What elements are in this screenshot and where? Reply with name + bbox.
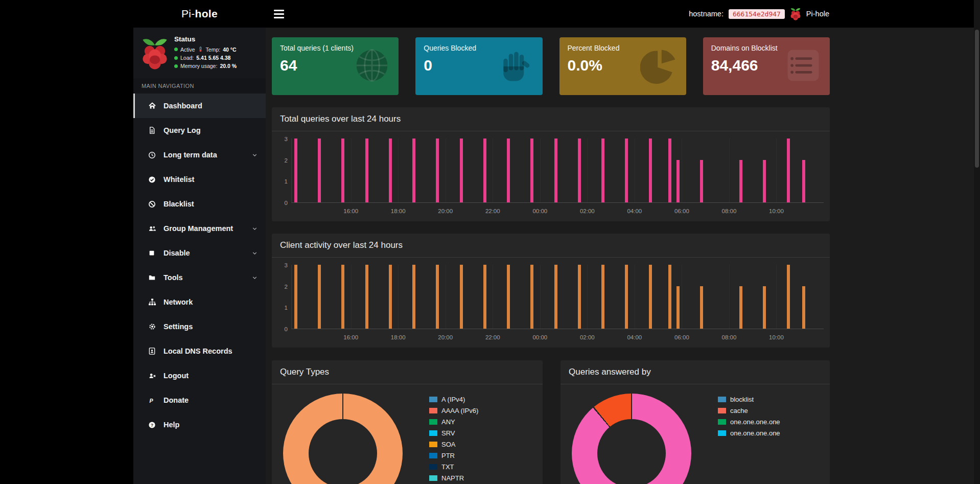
sidebar-item-label: Local DNS Records <box>164 347 232 355</box>
sidebar-item-network[interactable]: Network <box>133 290 266 314</box>
summary-card-domains-on-blocklist[interactable]: Domains on Blocklist84,466 <box>703 37 830 95</box>
chart-bar <box>802 286 805 329</box>
status-green-dot <box>174 64 178 68</box>
chart-bar <box>625 139 628 202</box>
sidebar-section-label: MAIN NAVIGATION <box>133 78 266 94</box>
globe-icon <box>353 46 391 87</box>
legend-item-one-one-one-one[interactable]: one.one.one.one <box>718 416 780 427</box>
y-axis-tick-label: 0 <box>277 326 288 332</box>
sidebar-item-tools[interactable]: Tools <box>133 265 266 290</box>
chart-bar <box>507 265 510 329</box>
main-content: Total queries (1 clients)64Queries Block… <box>266 28 980 484</box>
pihole-raspberry-icon <box>790 7 801 21</box>
x-axis-tick-label: 00:00 <box>532 334 547 340</box>
gridline <box>729 265 730 329</box>
sidebar: Status Active Temp: 40 °C Load: <box>133 28 266 484</box>
sidebar-item-logout[interactable]: Logout <box>133 363 266 388</box>
sidebar-item-blacklist[interactable]: Blacklist <box>133 192 266 216</box>
summary-card-total-queries-1-clients[interactable]: Total queries (1 clients)64 <box>272 37 399 95</box>
chart-bar <box>763 160 766 202</box>
sidebar-item-long-term-data[interactable]: Long term data <box>133 143 266 167</box>
panel-query-types: Query Types A (IPv4)AAAA (IPv6)ANYSRVSOA… <box>272 360 543 484</box>
legend-item-naptr[interactable]: NAPTR <box>429 472 478 483</box>
legend-label: blocklist <box>730 396 754 403</box>
legend-label: one.one.one.one <box>730 429 780 437</box>
status-active-line: Active Temp: 40 °C <box>174 46 237 53</box>
sidebar-item-label: Blacklist <box>164 200 194 208</box>
x-axis-tick-label: 20:00 <box>438 208 453 214</box>
panel-total-queries: Total queries over last 24 hours 16:0018… <box>272 107 830 221</box>
sidebar-item-local-dns-records[interactable]: Local DNS Records <box>133 339 266 363</box>
legend-label: NAPTR <box>441 474 464 482</box>
gridline <box>398 139 399 202</box>
x-axis-tick-label: 16:00 <box>343 334 358 340</box>
chart-bar <box>676 160 680 202</box>
sidebar-item-label: Network <box>164 298 193 306</box>
y-axis-tick-label: 2 <box>277 284 288 290</box>
x-axis-tick-label: 02:00 <box>580 334 595 340</box>
sidebar-item-whitelist[interactable]: Whitelist <box>133 167 266 192</box>
sidebar-item-donate[interactable]: PDonate <box>133 388 266 412</box>
legend-item-any[interactable]: ANY <box>429 416 478 427</box>
legend-swatch <box>429 419 437 425</box>
temp-value: 40 °C <box>223 47 236 53</box>
chart-bar <box>649 265 652 329</box>
legend-item-aaaa-ipv6[interactable]: AAAA (IPv6) <box>429 405 478 416</box>
sidebar-item-query-log[interactable]: Query Log <box>133 118 266 143</box>
status-active-label: Active <box>180 47 195 53</box>
legend-item-soa[interactable]: SOA <box>429 439 478 450</box>
sidebar-item-help[interactable]: ?Help <box>133 412 266 437</box>
legend-item-one-one-one-one[interactable]: one.one.one.one <box>718 427 780 439</box>
chart-bar <box>530 265 533 329</box>
legend-item-blocklist[interactable]: blocklist <box>718 394 780 405</box>
chart-bar <box>700 160 703 202</box>
gridline <box>493 265 493 329</box>
hostname-label: hostname: <box>689 10 724 18</box>
sidebar-item-disable[interactable]: Disable <box>133 241 266 265</box>
sidebar-toggle-button[interactable] <box>274 10 284 18</box>
legend-item-txt[interactable]: TXT <box>429 461 478 472</box>
chart-bar <box>365 139 368 202</box>
summary-card-percent-blocked[interactable]: Percent Blocked0.0% <box>559 37 686 95</box>
stop-icon <box>148 249 157 257</box>
chart-bar <box>787 139 790 202</box>
legend-item-srv[interactable]: SRV <box>429 427 478 439</box>
legend-item-a-ipv4[interactable]: A (IPv4) <box>429 394 478 405</box>
gridline <box>587 139 588 202</box>
address-book-icon <box>148 347 157 355</box>
memory-value: 20.0 % <box>220 63 237 69</box>
chart-bar <box>739 286 742 329</box>
query-types-donut-chart <box>283 394 403 484</box>
scrollbar-thumb[interactable] <box>975 30 979 168</box>
y-axis-tick-label: 0 <box>277 200 288 206</box>
chart-bar <box>802 160 805 202</box>
navbar-brand-text: Pi-hole <box>806 10 829 18</box>
sidebar-item-label: Group Management <box>164 224 233 233</box>
queries-answered-donut-chart <box>572 394 691 484</box>
navbar-right-group: hostname: 666154e2d947 Pi-hole <box>689 7 829 21</box>
page-scrollbar[interactable] <box>974 0 980 484</box>
query-types-legend: A (IPv4)AAAA (IPv6)ANYSRVSOAPTRTXTNAPTR <box>429 394 478 484</box>
chart-bar <box>676 286 680 329</box>
gridline <box>635 265 635 329</box>
sidebar-item-dashboard[interactable]: Dashboard <box>133 94 266 118</box>
sidebar-item-label: Help <box>164 421 179 429</box>
gridline <box>587 265 588 329</box>
sidebar-item-group-management[interactable]: Group Management <box>133 216 266 241</box>
settings-icon <box>148 322 157 331</box>
summary-card-queries-blocked[interactable]: Queries Blocked0 <box>415 37 542 95</box>
sidebar-logo[interactable]: Pi-hole <box>133 0 266 28</box>
panel-queries-answered: Queries answered by blocklistcacheone.on… <box>561 360 830 484</box>
chart-bar <box>625 265 628 329</box>
raspberry-logo-icon <box>141 35 169 72</box>
sidebar-item-settings[interactable]: Settings <box>133 314 266 339</box>
chevron-down-icon <box>251 152 258 158</box>
chart-bar <box>294 265 297 329</box>
gridline <box>540 265 541 329</box>
gridline <box>776 265 777 329</box>
legend-item-ptr[interactable]: PTR <box>429 450 478 461</box>
logo-text-plain: Pi- <box>181 8 195 20</box>
hostname-badge: 666154e2d947 <box>729 9 785 19</box>
chart-bar <box>341 265 344 329</box>
legend-item-cache[interactable]: cache <box>718 405 780 416</box>
